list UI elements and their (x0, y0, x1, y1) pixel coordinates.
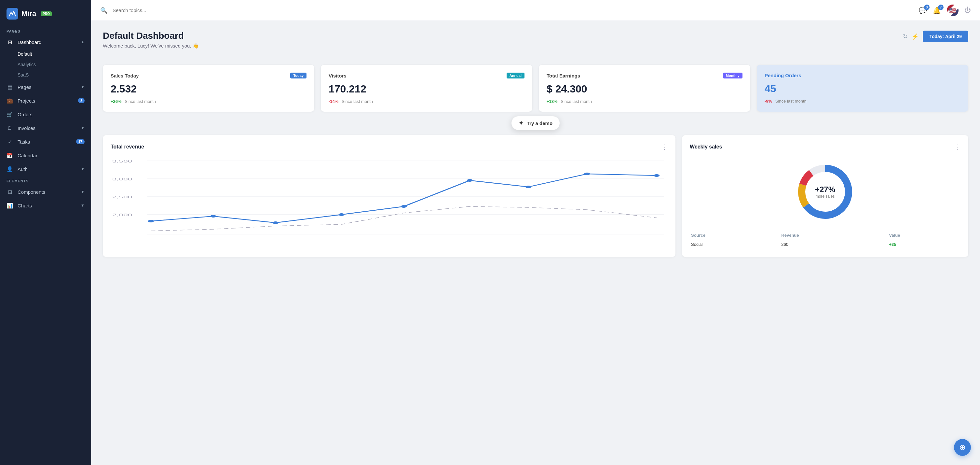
sidebar-item-projects[interactable]: 💼 Projects 8 (0, 94, 91, 107)
sidebar-sub-item-analytics[interactable]: Analytics (18, 59, 91, 70)
stat-cards: Sales Today Today 2.532 +26% Since last … (103, 65, 968, 112)
stat-badge: Today (290, 73, 307, 78)
notifications-badge: 7 (938, 5, 943, 10)
sidebar-sub-item-default[interactable]: Default (18, 49, 91, 59)
chevron-up-icon: ▲ (81, 40, 84, 44)
main-area: 🔍 💬 3 🔔 7 🇺🇸 ⏻ Default Dashboard We (91, 0, 980, 465)
sidebar-item-label: Invoices (18, 125, 35, 131)
donut-wrap: +27% more sales (690, 156, 961, 228)
stat-card-header: Visitors Annual (329, 73, 525, 78)
table-row: Social 260 +35 (690, 240, 961, 249)
pro-badge: PRO (41, 11, 52, 16)
app-name: Mira (21, 10, 36, 18)
svg-point-10 (148, 220, 154, 222)
sidebar-item-label: Tasks (18, 139, 30, 145)
sidebar-item-components[interactable]: ⊞ Components ▼ (0, 185, 91, 199)
language-selector[interactable]: 🇺🇸 (947, 5, 959, 16)
sidebar-item-charts[interactable]: 📊 Charts ▼ (0, 199, 91, 212)
chart-card-header: Total revenue ⋮ (111, 143, 668, 151)
messages-button[interactable]: 💬 3 (919, 6, 927, 14)
weekly-sales-chart-card: Weekly sales ⋮ (682, 135, 968, 257)
stat-card-title: Total Earnings (547, 73, 580, 78)
revenue-chart-svg: 3,500 3,000 2,500 2,000 (111, 156, 668, 241)
stat-value: 170.212 (329, 83, 525, 95)
stat-card-visitors: Visitors Annual 170.212 -14% Since last … (321, 65, 532, 112)
stat-badge: Monthly (723, 73, 743, 78)
messages-badge: 3 (924, 5, 929, 10)
stat-badge: Annual (507, 73, 525, 78)
stat-card-header: Total Earnings Monthly (547, 73, 743, 78)
revenue-chart-title: Total revenue (111, 144, 144, 150)
tasks-icon: ✓ (6, 138, 13, 145)
calendar-icon: 📅 (6, 152, 13, 158)
chart-menu-icon[interactable]: ⋮ (661, 143, 668, 151)
date-button[interactable]: Today: April 29 (923, 30, 968, 42)
chart-menu-icon[interactable]: ⋮ (954, 143, 961, 151)
sidebar-item-invoices[interactable]: 🗒 Invoices ▼ (0, 121, 91, 135)
svg-point-13 (339, 213, 345, 216)
source-cell: Social (690, 240, 780, 249)
dashboard-sub-menu: Default Analytics SaaS (0, 49, 91, 80)
pages-section-label: PAGES (0, 26, 91, 35)
svg-point-17 (584, 173, 590, 175)
demo-label: Try a demo (527, 120, 552, 126)
stat-value: 2.532 (111, 83, 307, 95)
sidebar: Mira PRO PAGES ⊞ Dashboard ▲ Default Ana… (0, 0, 91, 465)
donut-pct: +27% (815, 185, 835, 194)
sidebar-item-pages[interactable]: ▤ Pages ▼ (0, 80, 91, 94)
sidebar-item-orders[interactable]: 🛒 Orders (0, 107, 91, 121)
svg-text:3,000: 3,000 (112, 177, 132, 181)
stat-since: Since last month (775, 99, 807, 104)
stat-footer: +18% Since last month (547, 99, 743, 104)
revenue-cell: 260 (780, 240, 888, 249)
demo-tooltip-wrap: ✦ Try a demo (103, 116, 968, 130)
sidebar-sub-item-saas[interactable]: SaaS (18, 70, 91, 80)
page-title: Default Dashboard (103, 30, 903, 41)
stat-since: Since last month (125, 99, 156, 104)
search-input[interactable] (113, 8, 217, 13)
sidebar-item-label: Dashboard (18, 39, 41, 45)
stat-footer: -14% Since last month (329, 99, 525, 104)
chart-card-header: Weekly sales ⋮ (690, 143, 961, 151)
topbar: 🔍 💬 3 🔔 7 🇺🇸 ⏻ (91, 0, 980, 21)
stat-card-header: Sales Today Today (111, 73, 307, 78)
donut-label: more sales (815, 194, 835, 199)
projects-badge: 8 (78, 98, 84, 103)
power-button[interactable]: ⏻ (964, 6, 971, 14)
logo-icon (6, 8, 18, 19)
stat-footer: -9% Since last month (765, 99, 961, 104)
weekly-sales-title: Weekly sales (690, 144, 722, 150)
svg-point-18 (654, 174, 660, 177)
svg-point-14 (401, 205, 407, 208)
stat-card-pending: Pending Orders 45 -9% Since last month (757, 65, 968, 112)
auth-icon: 👤 (6, 166, 13, 172)
sidebar-item-tasks[interactable]: ✓ Tasks 17 (0, 135, 91, 149)
chevron-down-icon: ▼ (81, 190, 84, 194)
chevron-down-icon: ▼ (81, 126, 84, 130)
sparkle-icon: ✦ (519, 120, 523, 127)
invoices-icon: 🗒 (6, 125, 13, 131)
sidebar-item-label: Calendar (18, 153, 37, 158)
sidebar-item-label: Charts (18, 203, 32, 208)
stat-value: $ 24.300 (547, 83, 743, 95)
filter-icon[interactable]: ⚡ (912, 33, 919, 40)
chevron-down-icon: ▼ (81, 167, 84, 171)
notifications-button[interactable]: 🔔 7 (933, 6, 941, 14)
fab-button[interactable]: ⊕ (954, 439, 971, 456)
divider (103, 57, 968, 57)
col-source: Source (690, 231, 780, 240)
stat-value: 45 (765, 83, 961, 95)
svg-text:2,000: 2,000 (112, 213, 132, 217)
demo-tooltip[interactable]: ✦ Try a demo (511, 116, 560, 130)
pages-icon: ▤ (6, 84, 13, 90)
value-cell: +35 (888, 240, 961, 249)
chevron-down-icon: ▼ (81, 203, 84, 208)
sidebar-item-calendar[interactable]: 📅 Calendar (0, 149, 91, 162)
sidebar-item-dashboard[interactable]: ⊞ Dashboard ▲ (0, 35, 91, 49)
refresh-icon[interactable]: ↻ (903, 33, 908, 40)
sidebar-item-auth[interactable]: 👤 Auth ▼ (0, 162, 91, 176)
donut-center: +27% more sales (815, 185, 835, 199)
page-header: Default Dashboard Welcome back, Lucy! We… (103, 30, 968, 49)
charts-row: Total revenue ⋮ 3,500 3,000 2,500 2,000 (103, 135, 968, 257)
sidebar-item-label: Orders (18, 112, 33, 117)
